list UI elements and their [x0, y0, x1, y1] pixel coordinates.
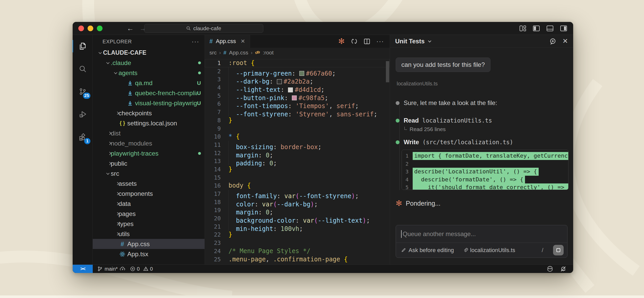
tab-appcss[interactable]: # App.css ✕ [205, 35, 250, 48]
back-arrow-icon[interactable]: ← [127, 25, 134, 33]
attachment-label[interactable]: localizationUtils.ts [470, 247, 515, 254]
code-line-15[interactable]: 15 [205, 174, 390, 182]
activity-explorer-icon[interactable] [73, 35, 92, 58]
explorer-more-actions-icon[interactable]: ··· [192, 38, 199, 45]
chat-input-container[interactable]: Queue another message... Ask before edit… [396, 225, 567, 258]
git-untracked-badge: U [197, 100, 201, 106]
tree-folder-dist[interactable]: dist [93, 128, 205, 138]
stop-button[interactable] [553, 245, 564, 255]
activity-run-debug-icon[interactable] [73, 103, 92, 126]
generated-code-block[interactable]: 1import { formatDate, translateKey, getC… [402, 150, 569, 190]
tree-folder-data[interactable]: data [93, 199, 205, 209]
toggle-panel-icon[interactable] [547, 26, 553, 31]
customize-layout-icon[interactable] [520, 26, 526, 31]
line-number: 1 [205, 59, 221, 67]
code-line-13[interactable]: 13padding: 0; [205, 157, 390, 165]
tree-folder-components[interactable]: components [93, 189, 205, 199]
code-line-17[interactable]: 17font-family: var(--font-styrene); [205, 190, 390, 198]
breadcrumbs[interactable]: src›#App.css›:root [205, 48, 390, 58]
code-line-16[interactable]: 16body { [205, 182, 390, 190]
code-line-4[interactable]: 4--light-text: #d4d1cd; [205, 84, 390, 92]
toggle-secondary-sidebar-icon[interactable] [560, 26, 567, 31]
read-step[interactable]: Read localizationUtils.ts [396, 117, 492, 124]
claude-code-icon[interactable]: ✻ [338, 37, 345, 45]
code-line-24[interactable]: 24/* Menu Page Styles */ [205, 247, 390, 255]
split-editor-icon[interactable] [364, 38, 370, 45]
tree-folder-playwright-traces[interactable]: playwright-traces [93, 148, 205, 158]
tree-item-label: CLAUDE-CAFE [103, 49, 146, 56]
command-center-search[interactable]: claude-cafe [144, 24, 263, 33]
code-line-5[interactable]: 5--button-pink: #c98fa5; [205, 92, 390, 100]
problems-status[interactable]: 0 0 [130, 266, 153, 272]
code-line-18[interactable]: 18color: var(--dark-bg); [205, 198, 390, 206]
breadcrumb-item[interactable]: App.css [229, 50, 248, 56]
breadcrumb-item[interactable]: src [209, 50, 217, 56]
code-line-1[interactable]: 1:root { [205, 59, 390, 67]
line-number: 12 [205, 149, 221, 157]
code-line-25[interactable]: 25.menu-page, .confirmation-page { [205, 255, 390, 264]
tree-folder-types[interactable]: types [93, 219, 205, 229]
code-line-6[interactable]: 6--font-tiempos: 'Tiempos', serif; [205, 100, 390, 108]
tree-folder-node-modules[interactable]: node_modules [93, 138, 205, 148]
code-line-10[interactable]: 10* { [205, 133, 390, 141]
code-line-14[interactable]: 14} [205, 165, 390, 174]
activity-source-control-icon[interactable]: 25 [73, 80, 92, 103]
tree-item-label: components [118, 190, 153, 197]
message-input[interactable]: Queue another message... [396, 225, 567, 243]
zoom-window-button[interactable] [97, 26, 103, 31]
edit-mode-selector[interactable]: Ask before editing [409, 247, 454, 254]
close-panel-icon[interactable]: ✕ [562, 37, 568, 45]
text-cursor [401, 230, 402, 238]
tree-file-settings-local-json[interactable]: { }settings.local.json [93, 118, 205, 128]
chat-code-line: 3describe('LocalizationUtil', () => { [402, 168, 568, 176]
chat-code-line: 4 describe('formatDate', () => { [402, 176, 568, 184]
tree-folder-public[interactable]: public [93, 158, 205, 168]
errors-count: 0 [137, 266, 140, 272]
tree-folder-pages[interactable]: pages [93, 209, 205, 219]
slash-command-hint[interactable]: / [542, 247, 543, 254]
tree-file-app-tsx[interactable]: App.tsx [93, 249, 205, 259]
code-line-23[interactable]: 23 [205, 239, 390, 247]
code-editor[interactable]: 1:root {2--primary-green: #667a60;3--dar… [205, 58, 390, 264]
tab-bar: # App.css ✕ ✻ ··· [205, 35, 390, 48]
search-icon [186, 26, 191, 31]
tree-file-app-css[interactable]: #App.css [93, 239, 205, 249]
tree-folder--claude[interactable]: .claude [93, 58, 205, 68]
remote-indicator[interactable]: >< [73, 265, 93, 273]
close-tab-icon[interactable]: ✕ [241, 38, 245, 44]
activity-extensions-icon[interactable]: 1 [73, 126, 92, 148]
close-window-button[interactable] [78, 26, 84, 31]
tree-folder-assets[interactable]: assets [93, 179, 205, 189]
code-line-2[interactable]: 2--primary-green: #667a60; [205, 67, 390, 76]
breadcrumb-item[interactable]: :root [263, 50, 274, 56]
git-branch-status[interactable]: main* [97, 266, 125, 272]
code-line-3[interactable]: 3--dark-bg: #2a2b2a; [205, 75, 390, 84]
line-number: 5 [205, 92, 221, 100]
chevron-down-icon[interactable] [428, 39, 431, 43]
editor-more-actions-icon[interactable]: ··· [376, 38, 384, 45]
tree-file-quebec-french-complian-[interactable]: quebec-french-complian...U [93, 88, 205, 98]
code-line-11[interactable]: 11box-sizing: border-box; [205, 141, 390, 149]
copilot-icon[interactable] [547, 266, 553, 272]
tree-folder-src[interactable]: src [93, 168, 205, 179]
tree-file-qa-md[interactable]: qa.mdU [93, 78, 205, 88]
tree-folder-utils[interactable]: utils [93, 229, 205, 239]
tree-folder-checkpoints[interactable]: checkpoints [93, 108, 205, 118]
notifications-muted-icon[interactable] [560, 266, 566, 272]
tree-folder-claude-cafe[interactable]: CLAUDE-CAFE [93, 48, 205, 58]
minimize-window-button[interactable] [88, 26, 93, 31]
code-line-9[interactable]: 9 [205, 125, 390, 133]
open-changes-icon[interactable] [351, 38, 358, 45]
sync-cloud-icon[interactable] [120, 266, 125, 271]
activity-bar: 251 [73, 35, 93, 264]
new-conversation-icon[interactable] [549, 38, 556, 45]
toggle-primary-sidebar-icon[interactable] [533, 26, 540, 31]
tree-file-visual-testing-playwright-[interactable]: visual-testing-playwright...U [93, 98, 205, 108]
tree-item-label: types [118, 220, 134, 228]
code-line-7[interactable]: 7--font-styrene: 'Styrene', sans-serif; [205, 108, 390, 116]
code-line-20[interactable]: 20background-color: var(--light-text); [205, 214, 390, 223]
activity-search-icon[interactable] [73, 58, 92, 80]
write-step[interactable]: Write (src/test/localization.ts) [396, 139, 513, 146]
tree-folder-agents[interactable]: agents [93, 68, 205, 78]
editor-scrollbar[interactable] [386, 61, 389, 82]
